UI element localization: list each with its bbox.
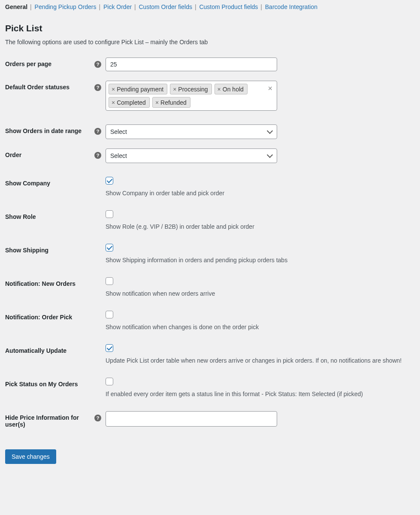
date-range-label: Show Orders in date range ? (5, 124, 106, 134)
help-icon[interactable]: ? (94, 61, 101, 68)
notif-new-orders-description: Show notification when new orders arrive (106, 290, 215, 297)
notif-new-orders-label: Notification: New Orders (5, 277, 106, 287)
default-statuses-input[interactable]: ×Pending payment ×Processing ×On hold ×C… (106, 81, 277, 111)
tab-pending-pickup-orders[interactable]: Pending Pickup Orders (35, 3, 97, 10)
tab-separator: | (30, 3, 32, 10)
page-description: The following options are used to config… (5, 39, 415, 45)
help-icon[interactable]: ? (94, 152, 101, 159)
tab-general[interactable]: General (5, 3, 27, 10)
remove-tag-icon[interactable]: × (112, 100, 115, 106)
order-label: Order ? (5, 148, 106, 158)
show-shipping-label: Show Shipping (5, 244, 106, 254)
status-tag[interactable]: ×Completed (109, 97, 150, 108)
tab-pick-order[interactable]: Pick Order (103, 3, 132, 10)
show-shipping-checkbox[interactable] (106, 244, 113, 251)
remove-tag-icon[interactable]: × (155, 100, 159, 106)
show-role-checkbox[interactable] (106, 210, 113, 218)
hide-price-input[interactable] (106, 411, 277, 427)
notif-order-pick-checkbox[interactable] (106, 311, 113, 318)
page-title: Pick List (5, 23, 415, 33)
show-role-description: Show Role (e.g. VIP / B2B) in order tabl… (106, 223, 254, 230)
show-role-label: Show Role (5, 210, 106, 220)
status-tag[interactable]: ×Processing (170, 84, 212, 94)
notif-new-orders-checkbox[interactable] (106, 277, 113, 285)
tab-separator: | (99, 3, 100, 10)
remove-tag-icon[interactable]: × (173, 86, 176, 92)
tab-separator: | (134, 3, 136, 10)
show-company-label: Show Company (5, 177, 106, 187)
save-button[interactable]: Save changes (5, 449, 56, 464)
clear-all-tags-icon[interactable]: × (268, 85, 272, 92)
settings-form: Orders per page ? Default Order statuses… (5, 58, 415, 428)
auto-update-checkbox[interactable] (106, 344, 113, 352)
auto-update-label: Automatically Update (5, 344, 106, 354)
show-shipping-description: Show Shipping information in orders and … (106, 257, 287, 264)
show-company-description: Show Company in order table and pick ord… (106, 190, 224, 197)
help-icon[interactable]: ? (94, 84, 101, 91)
help-icon[interactable]: ? (94, 415, 101, 421)
help-icon[interactable]: ? (94, 128, 101, 135)
tab-custom-product-fields[interactable]: Custom Product fields (199, 3, 258, 10)
notif-order-pick-label: Notification: Order Pick (5, 311, 106, 321)
date-range-select[interactable]: Select (106, 124, 277, 139)
auto-update-description: Update Pick List order table when new or… (106, 357, 402, 364)
pick-status-checkbox[interactable] (106, 378, 113, 385)
notif-order-pick-description: Show notification when changes is done o… (106, 324, 259, 330)
status-tag[interactable]: ×Refunded (152, 97, 190, 108)
tab-barcode-integration[interactable]: Barcode Integration (265, 3, 317, 10)
order-select[interactable]: Select (106, 148, 277, 163)
tab-separator: | (195, 3, 196, 10)
tab-separator: | (260, 3, 262, 10)
status-tag[interactable]: ×On hold (215, 84, 248, 94)
remove-tag-icon[interactable]: × (218, 86, 221, 92)
orders-per-page-label: Orders per page ? (5, 58, 106, 67)
remove-tag-icon[interactable]: × (112, 86, 115, 92)
status-tag[interactable]: ×Pending payment (109, 84, 167, 94)
tab-custom-order-fields[interactable]: Custom Order fields (139, 3, 192, 10)
pick-status-description: If enabled every order item gets a statu… (106, 391, 363, 397)
orders-per-page-input[interactable] (106, 58, 277, 71)
settings-tabs: General | Pending Pickup Orders | Pick O… (5, 0, 415, 13)
pick-status-label: Pick Status on My Orders (5, 378, 106, 388)
default-statuses-label: Default Order statuses ? (5, 81, 106, 91)
show-company-checkbox[interactable] (106, 177, 113, 185)
hide-price-label: Hide Price Information for user(s) ? (5, 411, 106, 428)
